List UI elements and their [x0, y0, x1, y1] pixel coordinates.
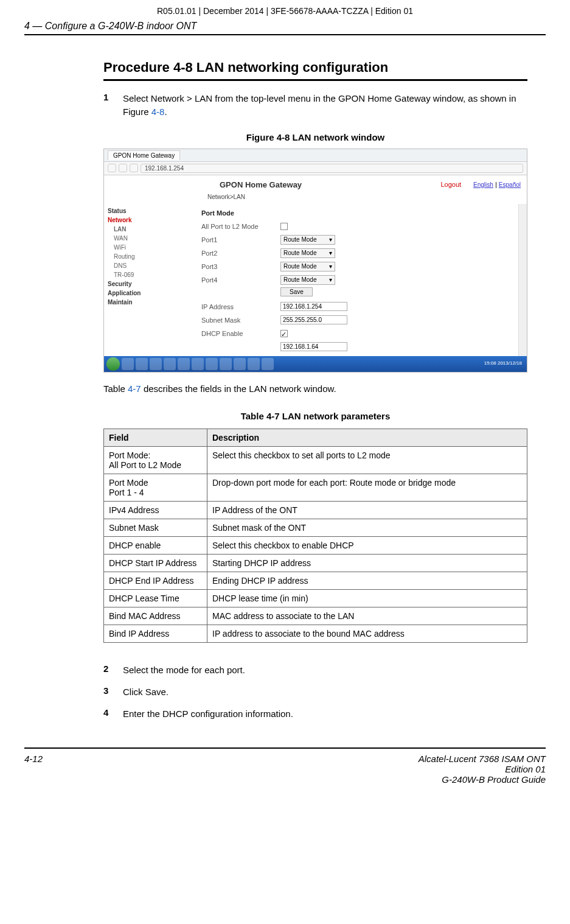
- step-number: 4: [103, 707, 123, 721]
- table-reference-text: Table 4-7 describes the fields in the LA…: [103, 382, 527, 396]
- step-number: 2: [103, 663, 123, 677]
- table-row: DHCP enableSelect this checkbox to enabl…: [104, 537, 527, 555]
- port4-select[interactable]: Route Mode▾: [280, 275, 335, 285]
- sidebar-item-maintain[interactable]: Maintain: [108, 298, 179, 307]
- port1-label: Port1: [201, 236, 280, 243]
- reload-icon[interactable]: [130, 164, 138, 172]
- table-row: IPv4 AddressIP Address of the ONT: [104, 502, 527, 519]
- table-row: Bind IP AddressIP address to associate t…: [104, 625, 527, 643]
- table-header-row: Field Description: [104, 429, 527, 447]
- taskbar-icon[interactable]: [136, 358, 148, 370]
- chevron-down-icon: ▾: [329, 236, 332, 243]
- lang-espanol[interactable]: Español: [499, 181, 521, 188]
- taskbar-icon[interactable]: [164, 358, 176, 370]
- table-row: Subnet MaskSubnet mask of the ONT: [104, 519, 527, 537]
- form-area: Port Mode All Port to L2 Mode Port1Route…: [183, 204, 518, 356]
- chevron-down-icon: ▾: [329, 250, 332, 256]
- port-mode-header: Port Mode: [201, 209, 280, 217]
- subnet-label: Subnet Mask: [201, 317, 280, 324]
- port4-label: Port4: [201, 276, 280, 284]
- port3-select[interactable]: Route Mode▾: [280, 262, 335, 271]
- table-caption: Table 4-7 LAN network parameters: [103, 411, 527, 421]
- sidebar-item-application[interactable]: Application: [108, 289, 179, 298]
- doc-meta-top: R05.01.01 | December 2014 | 3FE-56678-AA…: [24, 6, 546, 16]
- breadcrumb: Network>LAN: [104, 192, 527, 204]
- taskbar-icon[interactable]: [262, 358, 274, 370]
- sidebar-item-wifi[interactable]: WiFi: [108, 243, 179, 252]
- sidebar-item-status[interactable]: Status: [108, 206, 179, 215]
- figure-screenshot: GPON Home Gateway 192.168.1.254 GPON Hom…: [103, 149, 527, 373]
- step-body: Select Network > LAN from the top-level …: [123, 92, 527, 119]
- save-button[interactable]: Save: [280, 287, 313, 296]
- sidebar-item-routing[interactable]: Routing: [108, 252, 179, 261]
- start-icon[interactable]: [106, 357, 120, 371]
- step-2: 2 Select the mode for each port.: [103, 663, 527, 677]
- step-3: 3 Click Save.: [103, 685, 527, 699]
- port2-select[interactable]: Route Mode▾: [280, 248, 335, 258]
- port3-label: Port3: [201, 263, 280, 270]
- table-row: Port Mode: All Port to L2 ModeSelect thi…: [104, 447, 527, 474]
- sidebar-item-security[interactable]: Security: [108, 279, 179, 289]
- sidebar-item-network[interactable]: Network: [108, 215, 179, 225]
- running-head: 4 — Configure a G-240W-B indoor ONT: [24, 21, 546, 35]
- url-input[interactable]: 192.168.1.254: [141, 164, 523, 173]
- table-row: DHCP End IP AddressEnding DHCP IP addres…: [104, 572, 527, 590]
- step-number: 3: [103, 685, 123, 699]
- sidebar-item-tr069[interactable]: TR-069: [108, 270, 179, 279]
- step-text: Select Network > LAN from the top-level …: [123, 93, 516, 117]
- port2-label: Port2: [201, 250, 280, 257]
- taskbar-icon[interactable]: [178, 358, 190, 370]
- table-row: DHCP Lease TimeDHCP lease time (in min): [104, 590, 527, 607]
- figure-caption: Figure 4-8 LAN network window: [103, 132, 527, 142]
- step-body: Select the mode for each port.: [123, 663, 527, 677]
- forward-icon[interactable]: [119, 164, 127, 172]
- taskbar-icon[interactable]: [234, 358, 246, 370]
- footer-right: Alcatel-Lucent 7368 ISAM ONT Edition 01 …: [419, 754, 546, 785]
- taskbar-icon[interactable]: [192, 358, 204, 370]
- taskbar-icon[interactable]: [150, 358, 162, 370]
- scrollbar[interactable]: [518, 204, 527, 356]
- dhcp-enable-label: DHCP Enable: [201, 330, 280, 337]
- page-footer: 4-12 Alcatel-Lucent 7368 ISAM ONT Editio…: [24, 747, 546, 785]
- page-number: 4-12: [24, 754, 43, 785]
- subnet-input[interactable]: 255.255.255.0: [280, 315, 347, 324]
- step-4: 4 Enter the DHCP configuration informati…: [103, 707, 527, 721]
- taskbar-icon[interactable]: [206, 358, 218, 370]
- lang-english[interactable]: English: [473, 181, 493, 188]
- ip-input[interactable]: 192.168.1.254: [280, 302, 347, 311]
- procedure-title: Procedure 4-8 LAN networking configurati…: [103, 60, 527, 81]
- all-l2-checkbox[interactable]: [280, 223, 288, 230]
- figure-xref[interactable]: 4-8: [151, 107, 165, 117]
- step-body: Enter the DHCP configuration information…: [123, 707, 527, 721]
- step-number: 1: [103, 92, 123, 119]
- ip-label: IP Address: [201, 303, 280, 310]
- browser-tab[interactable]: GPON Home Gateway: [108, 150, 180, 160]
- all-l2-label: All Port to L2 Mode: [201, 223, 280, 230]
- languages: English | Español: [473, 181, 521, 188]
- back-icon[interactable]: [108, 164, 116, 172]
- dhcp-enable-checkbox[interactable]: ✓: [280, 330, 288, 337]
- col-description: Description: [207, 429, 527, 447]
- chevron-down-icon: ▾: [329, 263, 332, 270]
- taskbar-icon[interactable]: [122, 358, 134, 370]
- table-xref[interactable]: 4-7: [128, 383, 141, 394]
- clock: 15:08 2013/12/18: [484, 361, 524, 366]
- sidebar-item-wan[interactable]: WAN: [108, 234, 179, 243]
- logout-link[interactable]: Logout: [440, 181, 461, 188]
- sidebar-item-lan[interactable]: LAN: [108, 225, 179, 234]
- table-row: Port Mode Port 1 - 4Drop-down port mode …: [104, 474, 527, 502]
- sidebar-item-dns[interactable]: DNS: [108, 261, 179, 270]
- step-text-tail: .: [164, 107, 167, 117]
- taskbar-icon[interactable]: [248, 358, 260, 370]
- dhcp-start-input[interactable]: 192.168.1.64: [280, 342, 347, 351]
- port1-select[interactable]: Route Mode▾: [280, 235, 335, 245]
- chevron-down-icon: ▾: [329, 276, 332, 283]
- step-1: 1 Select Network > LAN from the top-leve…: [103, 92, 527, 119]
- page-title: GPON Home Gateway: [220, 180, 428, 189]
- table-row: DHCP Start IP AddressStarting DHCP IP ad…: [104, 555, 527, 572]
- taskbar-icon[interactable]: [220, 358, 232, 370]
- taskbar: 15:08 2013/12/18: [104, 356, 527, 372]
- browser-tabbar: GPON Home Gateway: [104, 149, 527, 162]
- step-body: Click Save.: [123, 685, 527, 699]
- page-header: GPON Home Gateway Logout English | Españ…: [104, 175, 527, 192]
